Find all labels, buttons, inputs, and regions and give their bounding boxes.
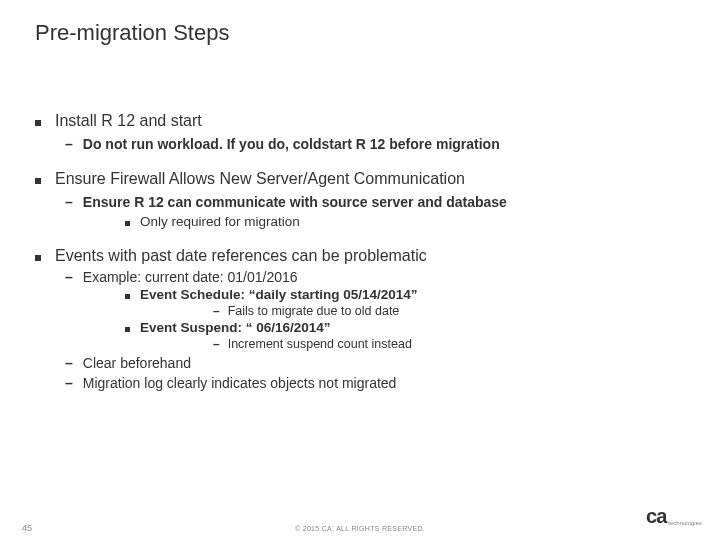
page-number: 45: [22, 523, 32, 533]
dash-icon: –: [65, 355, 73, 371]
square-bullet-icon: [125, 294, 130, 299]
sub-bullet: – Clear beforehand: [65, 355, 685, 371]
logo-text: ca: [646, 505, 666, 528]
square-bullet-icon: [125, 221, 130, 226]
bullet-text: Install R 12 and start: [55, 112, 202, 130]
bullet-text: Ensure R 12 can communicate with source …: [83, 194, 507, 210]
bullet-text: Example: current date: 01/01/2016: [83, 269, 298, 285]
bullet-text: Event Schedule: “daily starting 05/14/20…: [140, 287, 418, 302]
dash-icon: –: [213, 304, 220, 318]
bullet-text: Event Suspend: “ 06/16/2014”: [140, 320, 331, 335]
sub-bullet: – Example: current date: 01/01/2016 Even…: [65, 269, 685, 351]
sub-sub-bullet: Event Suspend: “ 06/16/2014” – Increment…: [125, 320, 685, 351]
ca-logo: ca technologies: [646, 505, 702, 528]
bullet-text: Only required for migration: [140, 214, 300, 229]
square-bullet-icon: [35, 178, 41, 184]
sub-bullet: – Migration log clearly indicates object…: [65, 375, 685, 391]
bullet-text: Clear beforehand: [83, 355, 191, 371]
sub-sub-sub-bullet: – Increment suspend count instead: [213, 337, 685, 351]
dash-icon: –: [213, 337, 220, 351]
square-bullet-icon: [35, 255, 41, 261]
square-bullet-icon: [35, 120, 41, 126]
logo-subtext: technologies: [668, 520, 702, 526]
bullet-text: Migration log clearly indicates objects …: [83, 375, 397, 391]
square-bullet-icon: [125, 327, 130, 332]
sub-bullet: – Do not run workload. If you do, coldst…: [65, 136, 685, 152]
sub-sub-bullet: Event Schedule: “daily starting 05/14/20…: [125, 287, 685, 318]
bullet-text: Events with past date references can be …: [55, 247, 427, 265]
dash-icon: –: [65, 269, 73, 285]
bullet-events: Events with past date references can be …: [35, 247, 685, 391]
bullet-firewall: Ensure Firewall Allows New Server/Agent …: [35, 170, 685, 229]
content-area: Install R 12 and start – Do not run work…: [35, 112, 685, 409]
dash-icon: –: [65, 136, 73, 152]
dash-icon: –: [65, 194, 73, 210]
sub-sub-bullet: Only required for migration: [125, 214, 685, 229]
bullet-install: Install R 12 and start – Do not run work…: [35, 112, 685, 152]
bullet-text: Increment suspend count instead: [228, 337, 412, 351]
page-title: Pre-migration Steps: [35, 20, 229, 46]
bullet-text: Do not run workload. If you do, coldstar…: [83, 136, 500, 152]
bullet-text: Fails to migrate due to old date: [228, 304, 400, 318]
copyright-text: © 2015 CA. ALL RIGHTS RESERVED.: [295, 525, 425, 532]
sub-sub-sub-bullet: – Fails to migrate due to old date: [213, 304, 685, 318]
sub-bullet: – Ensure R 12 can communicate with sourc…: [65, 194, 685, 229]
dash-icon: –: [65, 375, 73, 391]
bullet-text: Ensure Firewall Allows New Server/Agent …: [55, 170, 465, 188]
